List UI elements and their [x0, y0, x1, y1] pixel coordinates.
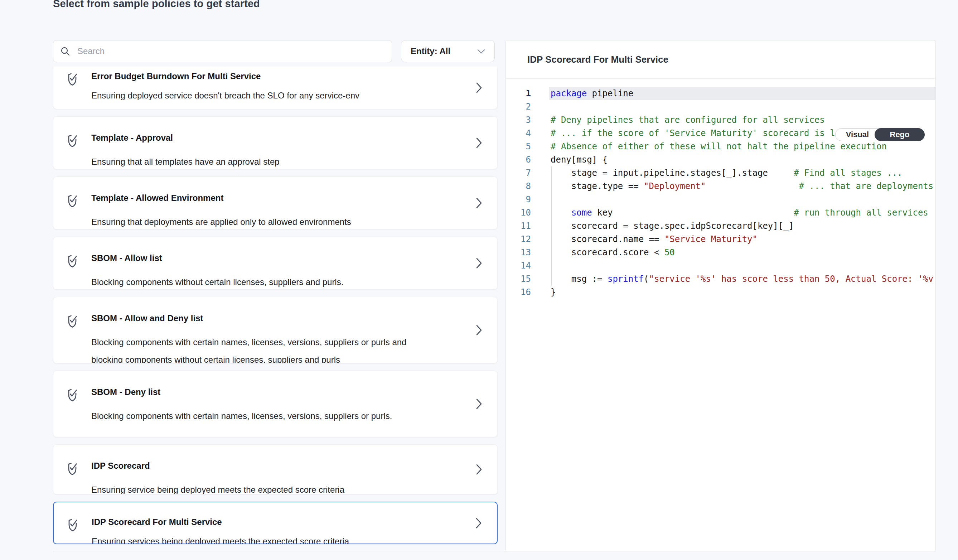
- policy-title: SBOM - Allow list: [91, 253, 343, 263]
- shield-check-icon: [67, 388, 78, 402]
- policy-detail-panel: IDP Scorecard For Multi Service Visual R…: [506, 40, 936, 551]
- shield-check-icon: [67, 72, 78, 86]
- code-line: 16}: [506, 286, 936, 299]
- policy-description: Blocking components without certain lice…: [91, 273, 343, 290]
- line-number: 4: [506, 127, 531, 140]
- line-number: 12: [506, 233, 531, 246]
- line-number: 7: [506, 167, 531, 180]
- code-line: 1package pipeline: [506, 87, 936, 100]
- search-input[interactable]: [77, 46, 384, 57]
- policy-card[interactable]: IDP Scorecard For Multi Service Ensuring…: [53, 501, 498, 544]
- policy-card[interactable]: SBOM - Allow and Deny list Blocking comp…: [53, 297, 498, 363]
- chevron-right-icon: [476, 198, 482, 208]
- line-number: 16: [506, 286, 531, 299]
- line-number: 1: [506, 87, 531, 100]
- shield-check-icon: [67, 194, 78, 208]
- entity-filter-label: Entity: All: [411, 46, 477, 56]
- policy-card[interactable]: SBOM - Allow list Blocking components wi…: [53, 237, 498, 290]
- line-number: 14: [506, 259, 531, 273]
- chevron-down-icon: [477, 49, 485, 54]
- line-number: 2: [506, 100, 531, 114]
- code-line: 3# Deny pipelines that are configured fo…: [506, 114, 936, 127]
- code-line: 7 stage = input.pipeline.stages[_].stage…: [506, 167, 936, 180]
- shield-check-icon: [67, 518, 78, 532]
- shield-check-icon: [67, 314, 78, 328]
- policy-card[interactable]: IDP Scorecard Ensuring service being dep…: [53, 444, 498, 495]
- line-number: 6: [506, 153, 531, 167]
- line-number: 8: [506, 180, 531, 193]
- line-number: 5: [506, 140, 531, 153]
- rego-code-editor[interactable]: Visual Rego 1package pipeline23# Deny pi…: [506, 79, 936, 299]
- visual-rego-toggle: Visual Rego: [835, 128, 924, 141]
- code-line: 15 msg := sprintf("service '%s' has scor…: [506, 273, 936, 286]
- code-line: 13 scorecard.score < 50: [506, 246, 936, 259]
- line-number: 11: [506, 219, 531, 233]
- policy-title: SBOM - Allow and Deny list: [91, 313, 424, 324]
- policy-description: Ensuring that deployments are applied on…: [91, 213, 351, 230]
- policy-card[interactable]: Error Budget Burndown For Multi Service …: [53, 67, 498, 109]
- search-box[interactable]: [53, 40, 392, 62]
- code-line: 6deny[msg] {: [506, 153, 936, 167]
- policy-description: Blocking components with certain names, …: [91, 407, 392, 425]
- visual-toggle-button[interactable]: Visual: [836, 128, 879, 141]
- policy-card[interactable]: Template - Approval Ensuring that all te…: [53, 116, 498, 169]
- policy-title: Error Budget Burndown For Multi Service: [91, 71, 359, 82]
- policy-title: SBOM - Deny list: [91, 387, 392, 397]
- line-number: 10: [506, 206, 531, 219]
- line-number: 15: [506, 273, 531, 286]
- policy-description: Blocking components with certain names, …: [91, 333, 424, 363]
- policy-title: IDP Scorecard For Multi Service: [92, 517, 349, 527]
- chevron-right-icon: [476, 398, 482, 409]
- policy-card[interactable]: SBOM - Deny list Blocking components wit…: [53, 371, 498, 437]
- code-line: 14: [506, 259, 936, 273]
- policy-card[interactable]: Template - Allowed Environment Ensuring …: [53, 176, 498, 230]
- chevron-right-icon: [476, 464, 482, 475]
- rego-toggle-button[interactable]: Rego: [875, 128, 925, 141]
- code-line: 9: [506, 193, 936, 206]
- policy-title: Template - Allowed Environment: [91, 193, 351, 203]
- page-title: Select from sample policies to get start…: [53, 0, 260, 10]
- code-line: 11 scorecard = stage.spec.idpScorecard[k…: [506, 219, 936, 233]
- shield-check-icon: [67, 254, 78, 268]
- shield-check-icon: [67, 134, 78, 148]
- chevron-right-icon: [476, 518, 482, 528]
- code-line: 2: [506, 100, 936, 114]
- entity-filter-dropdown[interactable]: Entity: All: [401, 40, 495, 62]
- line-number: 9: [506, 193, 531, 206]
- policy-title: Template - Approval: [91, 132, 279, 143]
- chevron-right-icon: [476, 82, 482, 93]
- chevron-right-icon: [476, 258, 482, 268]
- code-line: 10 some key # run through all services: [506, 206, 936, 219]
- search-icon: [60, 46, 70, 56]
- policy-description: Ensuring services being deployed meets t…: [92, 532, 349, 544]
- detail-header: IDP Scorecard For Multi Service: [506, 40, 936, 79]
- code-line: 5# Absence of either of these will not h…: [506, 140, 936, 153]
- shield-check-icon: [67, 462, 78, 476]
- section-bottom-divider: [53, 551, 936, 551]
- detail-title: IDP Scorecard For Multi Service: [527, 54, 668, 65]
- line-number: 13: [506, 246, 531, 259]
- line-number: 3: [506, 114, 531, 127]
- code-line: 8 stage.type == "Deployment" # ... that …: [506, 180, 936, 193]
- code-line: 12 scorecard.name == "Service Maturity": [506, 233, 936, 246]
- chevron-right-icon: [476, 325, 482, 335]
- policy-description: Ensuring service being deployed meets th…: [91, 481, 344, 495]
- policy-description: Ensuring that all templates have an appr…: [91, 153, 279, 169]
- policy-description: Ensuring deployed service doesn't breach…: [91, 87, 359, 104]
- policy-title: IDP Scorecard: [91, 460, 344, 471]
- indent-guide: [551, 167, 552, 286]
- chevron-right-icon: [476, 138, 482, 148]
